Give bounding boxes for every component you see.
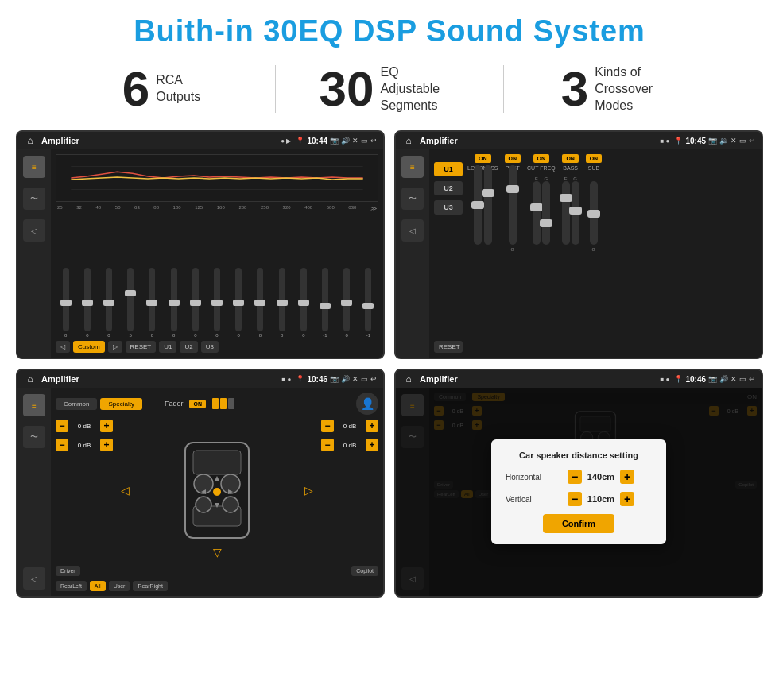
vertical-label: Vertical xyxy=(506,495,561,504)
loudness-label: LOUDNESS xyxy=(467,165,498,171)
eq-u2-btn[interactable]: U2 xyxy=(180,341,197,353)
amp-wave-icon[interactable]: 〜 xyxy=(401,188,424,210)
minimize-icon: ▭ xyxy=(361,137,368,145)
speaker-eq-icon[interactable]: ≡ xyxy=(23,394,45,416)
speaker-main-area: Common Specialty Fader ON 👤 xyxy=(51,388,383,596)
phat-on-btn[interactable]: ON xyxy=(505,154,521,163)
db-minus-3[interactable]: − xyxy=(321,420,334,432)
vertical-minus-btn[interactable]: − xyxy=(568,492,582,506)
fader-seg-2 xyxy=(220,398,227,409)
db-value-2: 0 dB xyxy=(71,442,98,449)
loudness-control: ON LOUDNESS xyxy=(467,154,498,245)
close-icon: ✕ xyxy=(352,137,358,145)
db-minus-2[interactable]: − xyxy=(56,439,68,451)
u1-btn[interactable]: U1 xyxy=(434,162,463,176)
u3-btn[interactable]: U3 xyxy=(434,200,463,215)
dialog-dot-icons: ■ ● xyxy=(661,376,670,383)
screen-dialog-title: Amplifier xyxy=(420,374,656,384)
screen-speaker-title: Amplifier xyxy=(41,374,277,384)
eq-slider-6: 0 xyxy=(164,268,184,338)
eq-prev-btn[interactable]: ◁ xyxy=(56,341,70,353)
all-btn[interactable]: All xyxy=(90,581,106,591)
camera-icon-4: 📷 xyxy=(708,375,717,383)
nav-right-icon[interactable]: ▷ xyxy=(304,483,313,497)
svg-point-9 xyxy=(223,497,238,512)
eq-reset-btn[interactable]: RESET xyxy=(126,341,157,353)
sub-control: ON SUB G xyxy=(586,154,603,252)
fader-seg-3 xyxy=(228,398,234,409)
back-icon-3[interactable]: ↩ xyxy=(370,375,377,383)
driver-btn[interactable]: Driver xyxy=(56,566,80,576)
eq-play-btn[interactable]: ▷ xyxy=(108,341,122,353)
speaker-screen-content: ≡ 〜 ◁ Common Specialty Fader ON xyxy=(17,388,383,596)
loudness-on-btn[interactable]: ON xyxy=(475,154,491,163)
svg-point-7 xyxy=(221,474,240,493)
eq-slider-2: 0 xyxy=(77,268,97,338)
wave-icon[interactable]: 〜 xyxy=(23,188,45,210)
db-plus-1[interactable]: + xyxy=(100,420,113,432)
status-icons-amp: 📍 10:45 📷 🔉 ✕ ▭ ↩ xyxy=(674,137,755,145)
home-icon[interactable]: ⌂ xyxy=(24,134,37,147)
home-icon-4[interactable]: ⌂ xyxy=(402,373,415,385)
fader-on-btn[interactable]: ON xyxy=(189,400,206,408)
amp-vol-icon[interactable]: ◁ xyxy=(401,219,424,242)
speaker-bottom-buttons: Driver Copilot xyxy=(56,566,378,576)
speaker-vol-icon[interactable]: ◁ xyxy=(23,567,45,590)
back-icon[interactable]: ↩ xyxy=(370,137,377,145)
volume-sidebar-icon[interactable]: ◁ xyxy=(23,219,45,242)
user-btn[interactable]: User xyxy=(109,581,130,591)
db-plus-4[interactable]: + xyxy=(366,439,378,451)
db-minus-1[interactable]: − xyxy=(56,420,68,432)
home-icon-2[interactable]: ⌂ xyxy=(402,134,415,147)
stat-rca: 6 RCAOutputs xyxy=(48,64,275,114)
sub-on-btn[interactable]: ON xyxy=(586,154,603,163)
screen-dialog: ⌂ Amplifier ■ ● 📍 10:46 📷 🔊 ✕ ▭ ↩ ≡ 〜 ◁ xyxy=(394,369,763,598)
db-row-4: − 0 dB + xyxy=(321,439,378,451)
screen-eq-title: Amplifier xyxy=(41,136,276,145)
eq-icon[interactable]: ≡ xyxy=(23,156,45,178)
back-icon-4[interactable]: ↩ xyxy=(749,375,755,383)
db-plus-3[interactable]: + xyxy=(366,420,378,432)
vertical-plus-btn[interactable]: + xyxy=(620,492,634,506)
tab-common[interactable]: Common xyxy=(56,398,97,410)
speaker-wave-icon[interactable]: 〜 xyxy=(23,426,45,448)
nav-down-icon[interactable]: ▽ xyxy=(213,545,222,559)
amp-eq-icon[interactable]: ≡ xyxy=(401,156,424,178)
u2-btn[interactable]: U2 xyxy=(434,181,463,195)
db-minus-4[interactable]: − xyxy=(321,439,334,451)
location-icon-2: 📍 xyxy=(674,137,683,145)
bass-on-btn[interactable]: ON xyxy=(562,154,579,163)
settings-icon[interactable]: 👤 xyxy=(356,393,378,415)
cutfreq-on-btn[interactable]: ON xyxy=(533,154,550,163)
status-bar-amp: ⌂ Amplifier ■ ● 📍 10:45 📷 🔉 ✕ ▭ ↩ xyxy=(396,132,762,149)
minimize-icon-2: ▭ xyxy=(739,137,746,145)
eq-freq-labels: 25 32 40 50 63 80 100 125 160 200 250 32… xyxy=(56,205,378,212)
horizontal-plus-btn[interactable]: + xyxy=(620,470,634,484)
tab-specialty[interactable]: Specialty xyxy=(100,398,141,410)
amp-screen-content: ≡ 〜 ◁ U1 U2 U3 RESET ON LOUDNESS xyxy=(396,149,762,358)
rearleft-btn[interactable]: RearLeft xyxy=(56,581,87,591)
eq-slider-4: 5 xyxy=(121,268,141,338)
eq-custom-btn[interactable]: Custom xyxy=(73,341,105,353)
db-plus-2[interactable]: + xyxy=(100,439,113,451)
eq-sliders: 0 0 0 5 0 xyxy=(56,215,378,338)
camera-icon-2: 📷 xyxy=(708,137,717,145)
copilot-btn[interactable]: Copilot xyxy=(351,566,378,576)
stat-rca-number: 6 xyxy=(122,64,149,114)
distance-dialog: Car speaker distance setting Horizontal … xyxy=(491,439,666,544)
nav-left-icon[interactable]: ◁ xyxy=(121,483,130,497)
dialog-screen-content: ≡ 〜 ◁ Common Specialty ON − 0 dB xyxy=(396,388,762,596)
phat-sliders xyxy=(509,173,517,245)
back-icon-2[interactable]: ↩ xyxy=(749,137,755,145)
amp-reset-btn[interactable]: RESET xyxy=(434,341,463,353)
volume-icon-2: 🔉 xyxy=(719,137,728,145)
svg-point-8 xyxy=(196,497,211,512)
eq-u1-btn[interactable]: U1 xyxy=(159,341,176,353)
eq-slider-8: 0 xyxy=(207,268,227,338)
home-icon-3[interactable]: ⌂ xyxy=(24,373,37,385)
horizontal-minus-btn[interactable]: − xyxy=(568,470,582,484)
confirm-button[interactable]: Confirm xyxy=(543,514,614,533)
rearright-btn[interactable]: RearRight xyxy=(133,581,168,591)
eq-u3-btn[interactable]: U3 xyxy=(201,341,219,353)
speaker-tabs: Common Specialty xyxy=(56,398,142,410)
